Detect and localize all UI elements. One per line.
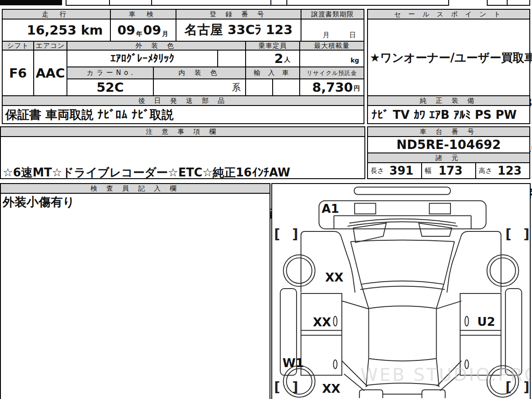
import-header: 輸 入 車 bbox=[245, 66, 300, 79]
bracket-upper-right-close: ] bbox=[524, 226, 530, 242]
sales-point-item: ★ワンオーナー/ユーザー買取車 bbox=[370, 50, 528, 65]
sales-points-box: ★ワンオーナー/ユーザー買取車 ★マツダコネクトナビ/ﾌﾙｾｸﾞ/Bｶﾒﾗ ★A… bbox=[367, 19, 530, 96]
top-row-divider bbox=[109, 0, 110, 6]
color-no-text: 52C bbox=[97, 80, 124, 95]
shift-text: F6 bbox=[9, 66, 27, 81]
exterior-color-empty-cell bbox=[217, 50, 246, 67]
marker-left-door-xx: XX bbox=[313, 315, 332, 329]
import-cell-left bbox=[245, 78, 273, 96]
right-door-handle bbox=[465, 317, 469, 326]
car-diagram-box: WEB STUDIO.PRO A1 XX XX U2 W1 XX [ ] [ ]… bbox=[271, 183, 531, 399]
hood-panel-outline bbox=[319, 201, 486, 229]
notes-box: ☆6速MT☆ドライブレコーダー☆ETC☆純正16ｲﾝﾁAW ☆ｽﾏｰﾄﾌﾞﾚｰｷ… bbox=[0, 136, 365, 179]
top-row-divider bbox=[448, 0, 449, 6]
transfer-deadline-value: 月 日 bbox=[301, 19, 364, 42]
shift-value: F6 bbox=[2, 50, 34, 96]
max-load-unit: kg bbox=[351, 57, 359, 64]
bracket-lower-right-open: [ bbox=[505, 379, 512, 395]
shift-header: シフト bbox=[2, 41, 34, 51]
bracket-lower-left-close: ] bbox=[292, 379, 298, 395]
bracket-upper-right-open: [ bbox=[505, 226, 512, 242]
aircon-header: エアコン bbox=[33, 41, 67, 51]
inspection-month: 09 bbox=[143, 23, 161, 38]
top-row-divider bbox=[529, 0, 530, 6]
inspection-year-unit: 年 bbox=[136, 30, 142, 38]
transfer-deadline-header: 譲渡書類期限 bbox=[301, 9, 364, 20]
front-left-wheel-inner bbox=[286, 258, 312, 284]
top-row-divider bbox=[286, 0, 287, 6]
max-load-value: kg bbox=[299, 50, 364, 67]
mileage-value: 16,253 km bbox=[2, 19, 111, 42]
bracket-upper-left-close: ] bbox=[292, 226, 298, 242]
spec-length-label: 長さ bbox=[371, 167, 384, 175]
windshield-outline bbox=[351, 240, 454, 284]
inspector-note: 外装小傷有り bbox=[1, 194, 270, 210]
capacity-text: 2 bbox=[274, 51, 283, 66]
capacity-value: 2人 bbox=[245, 50, 300, 67]
recycle-deposit-text: 8,730 bbox=[312, 80, 353, 95]
spec-width: 幅 173 bbox=[421, 162, 476, 179]
spec-length-value: 391 bbox=[389, 164, 413, 177]
spec-length: 長さ 391 bbox=[367, 162, 422, 179]
top-row-bottom-line bbox=[66, 5, 449, 6]
cowl-arcs bbox=[348, 219, 458, 226]
registration-header: 登 録 番 号 bbox=[176, 9, 301, 20]
exterior-color-header: 外 装 色 bbox=[66, 41, 246, 51]
rear-left-wheel bbox=[283, 366, 315, 397]
front-right-wheel bbox=[487, 255, 518, 286]
genuine-equipment-header: 純 正 装 備 bbox=[367, 95, 530, 106]
right-door-outline bbox=[460, 293, 501, 375]
recycle-deposit-unit: 円 bbox=[354, 85, 360, 93]
interior-color-value: 系 bbox=[153, 78, 246, 96]
interior-color-suffix-text: 系 bbox=[232, 82, 241, 94]
import-cell-right bbox=[272, 78, 300, 96]
front-bumper-outline bbox=[354, 187, 450, 195]
soft-top-front-arcs bbox=[360, 281, 445, 289]
genuine-equipment-text: ﾅﾋﾞ TV ｶﾜ ｴｱB ｱﾙﾐ PS PW bbox=[372, 108, 517, 121]
top-black-cell bbox=[0, 0, 62, 5]
bracket-upper-left-open: [ bbox=[274, 226, 280, 242]
color-no-value: 52C bbox=[66, 78, 154, 96]
top-row-divider bbox=[487, 0, 488, 6]
marker-hood-a1: A1 bbox=[321, 202, 339, 215]
car-top-view-diagram: WEB STUDIO.PRO A1 XX XX U2 W1 XX [ ] [ ]… bbox=[272, 184, 530, 399]
top-row-bottom-line-right bbox=[487, 5, 530, 6]
exterior-color-text: ｴｱﾛｸﾞﾚｰﾒﾀﾘｯｸ bbox=[110, 52, 174, 65]
cabin-tub bbox=[369, 306, 437, 359]
spec-width-label: 幅 bbox=[425, 167, 431, 175]
capacity-unit: 人 bbox=[284, 56, 290, 64]
inspection-month-unit: 月 bbox=[162, 30, 168, 38]
interior-color-header: 内 装 色 bbox=[153, 66, 246, 79]
left-door-outline bbox=[301, 293, 342, 375]
mileage-text: 16,253 km bbox=[27, 23, 103, 38]
later-parts-text: 保証書 車両取説 ﾅﾋﾞﾛﾑ ﾅﾋﾞ取説 bbox=[5, 107, 173, 123]
spec-width-value: 173 bbox=[438, 164, 462, 177]
left-rear-marker-oval bbox=[333, 360, 337, 369]
rear-deck-notches bbox=[360, 390, 445, 398]
marker-front-fender-xx: XX bbox=[325, 270, 344, 284]
bracket-lower-right-close: ] bbox=[524, 379, 530, 395]
chassis-number-header: 車 台 番 号 bbox=[367, 126, 530, 137]
aircon-text: AAC bbox=[35, 66, 65, 81]
sales-points-header: セ ー ル ス ポ イ ン ト bbox=[367, 9, 530, 20]
top-row-divider bbox=[66, 0, 66, 6]
top-row-divider bbox=[270, 0, 271, 6]
right-headlight-outline bbox=[429, 203, 450, 214]
auction-sheet: 走 行 車 検 登 録 番 号 譲渡書類期限 16,253 km 09年09月 … bbox=[0, 0, 532, 399]
top-row-divider bbox=[151, 0, 152, 6]
top-row-divider bbox=[507, 0, 508, 6]
recycle-deposit-value: 8,730円 bbox=[299, 78, 364, 96]
chassis-number-value: ND5RE-104692 bbox=[367, 136, 530, 153]
registration-value: 名古屋 33Cﾗ 123 bbox=[176, 19, 301, 42]
bracket-lower-left-open: [ bbox=[274, 379, 280, 395]
front-left-wheel bbox=[283, 255, 315, 286]
marker-rear-fender-xx: XX bbox=[322, 382, 340, 395]
right-sill-outline bbox=[505, 289, 522, 375]
aircon-value: AAC bbox=[33, 50, 67, 96]
later-parts-header: 後 日 発 送 部 品 bbox=[2, 95, 364, 106]
transfer-day-unit: 日 bbox=[349, 31, 356, 39]
inspector-box: 外装小傷有り bbox=[0, 193, 270, 399]
inspector-header: 検 査 員 記 入 欄 bbox=[0, 183, 270, 194]
left-headlight-outline bbox=[355, 203, 376, 214]
inspection-year: 09 bbox=[117, 23, 135, 38]
